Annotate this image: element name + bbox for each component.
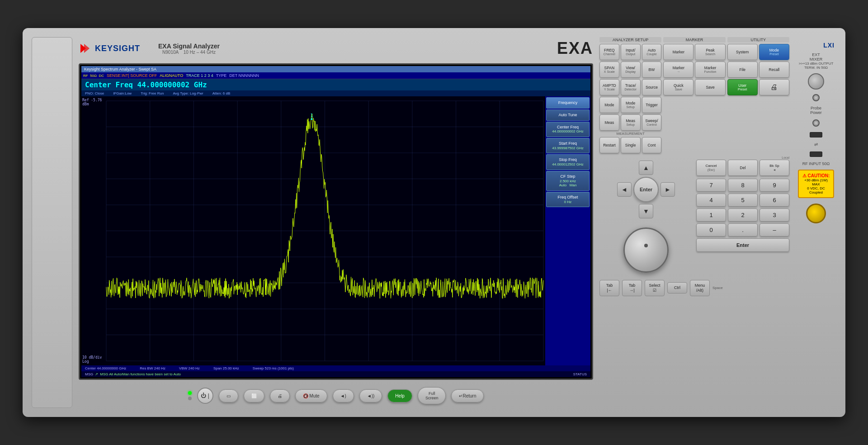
btn-print[interactable]: 🖨 — [759, 79, 789, 95]
btn-peak-search[interactable]: PeakSearch — [695, 44, 725, 60]
mute-btn[interactable]: 🔇 Mute — [295, 389, 327, 402]
btn-tab-right[interactable]: Tab→| — [622, 280, 642, 296]
btn-bksp[interactable]: Bk Sp◄ — [760, 160, 789, 176]
btn-restart[interactable]: Restart — [599, 137, 619, 153]
status-text: MSG All Auto/Man functions have been set… — [100, 372, 181, 376]
key-8[interactable]: 8 — [728, 179, 758, 192]
center-panel: KEYSIGHT EXA Signal Analyzer N9010A 10 H… — [79, 37, 593, 408]
key-minus[interactable]: – — [760, 223, 789, 237]
nav-left-btn[interactable]: ◄ — [617, 182, 632, 197]
screen-status-bar: MSG ↗ MSG All Auto/Man functions have be… — [81, 371, 590, 377]
menu-btn-cf-step[interactable]: CF Step 2.500 kHz Auto Man — [546, 171, 590, 191]
pno-info: PNO: Close — [85, 91, 104, 95]
btn-trigger[interactable]: Trigger — [642, 97, 662, 113]
power-button[interactable]: ⏻ | — [197, 388, 213, 404]
marker-section: MARKER Marker PeakSearch Marker→ MarkerF… — [663, 37, 725, 153]
mode-indicator: RF 50Ω DC — [83, 74, 104, 78]
btn-mode-setup[interactable]: ModeSetup — [621, 97, 641, 113]
btn-freq-channel[interactable]: FREQChannel — [599, 44, 619, 60]
caution-text: +30 dBm (1W) MAX0 VDC, DC Coupled — [802, 178, 830, 194]
menu-btn-start-freq[interactable]: Start Freq 43.999987502 GHz — [546, 138, 590, 153]
btn-input-output[interactable]: Input/Output — [621, 44, 641, 60]
btn-meas-setup[interactable]: MeasSetup — [621, 114, 641, 131]
fullscreen-btn[interactable]: FullScreen — [418, 387, 446, 404]
window2-btn[interactable]: ⬜ — [244, 389, 264, 402]
key-1[interactable]: 1 — [696, 208, 726, 222]
avg-type-info: Avg Type: Log-Pwr — [173, 91, 203, 95]
key-5[interactable]: 5 — [728, 194, 758, 207]
key-9[interactable]: 9 — [760, 179, 789, 192]
return-btn[interactable]: ↵Return — [451, 389, 484, 402]
btn-amptd-y[interactable]: AMPTDY Scale — [599, 79, 619, 95]
nav-cluster: ▲ ◄ Enter ► ▼ — [617, 161, 675, 218]
vol-down-btn[interactable]: ◄) — [333, 389, 354, 402]
menu-btn-autotune[interactable]: Auto Tune — [546, 109, 590, 121]
key-3[interactable]: 3 — [760, 208, 789, 222]
key-2[interactable]: 2 — [728, 208, 758, 222]
btn-user-preset[interactable]: UserPreset — [727, 79, 758, 95]
btn-recall[interactable]: Recall — [759, 62, 789, 78]
btn-bw[interactable]: BW — [642, 62, 662, 78]
screen-freq-display: Center Freq 44.000000002 GHz — [81, 79, 590, 90]
utility-btn-grid: System ModePreset File Recall UserPreset… — [727, 44, 789, 95]
analyzer-setup-section: ANALYZER SETUP FREQChannel Input/Output … — [599, 37, 661, 153]
sense-indicator: SENSE:INT| SOURCE OFF — [107, 73, 157, 78]
nav-up-btn[interactable]: ▲ — [639, 161, 653, 175]
far-right-panel: LXI EXT MIXER >>+13 dBm OUTPUTTERM. IN 5… — [796, 37, 836, 408]
number-keypad: 7 8 9 4 5 6 1 2 3 0 . – — [696, 179, 789, 237]
vol-up-btn[interactable]: ◄)) — [359, 389, 382, 402]
btn-system[interactable]: System — [727, 44, 758, 60]
nav-enter-btn[interactable]: Enter — [633, 177, 659, 202]
btn-cancel[interactable]: Cancel(Esc) — [696, 160, 726, 176]
key-7[interactable]: 7 — [696, 179, 726, 192]
analyzer-setup-title: ANALYZER SETUP — [599, 37, 661, 43]
btn-trace-detector[interactable]: Trace/Detector — [621, 79, 641, 95]
tuning-knob[interactable] — [623, 227, 669, 273]
key-dot[interactable]: . — [728, 223, 758, 237]
btn-file[interactable]: File — [727, 62, 758, 78]
bottom-controls: ⏻ | ▭ ⬜ 🖨 🔇 Mute ◄) ◄)) Help FullScreen … — [79, 383, 593, 408]
utility-title: UTILITY — [727, 37, 789, 43]
btn-quick-save[interactable]: QuickSave — [663, 79, 693, 95]
print-btn[interactable]: 🖨 — [270, 389, 290, 402]
btn-del[interactable]: Del — [728, 160, 758, 176]
window-btn[interactable]: ▭ — [219, 389, 238, 402]
keypad-enter-btn[interactable]: Enter — [696, 238, 789, 252]
nav-down-btn[interactable]: ▼ — [639, 204, 653, 218]
key-0[interactable]: 0 — [696, 223, 726, 237]
key-6[interactable]: 6 — [760, 194, 789, 207]
btn-span-x[interactable]: SPANX Scale — [599, 62, 619, 78]
menu-btn-stop-freq[interactable]: Stop Freq 44.000012502 GHz — [546, 154, 590, 170]
nav-right-btn[interactable]: ► — [660, 182, 675, 197]
menu-btn-frequency[interactable]: Frequency — [546, 97, 590, 109]
btn-cont[interactable]: Cont — [642, 137, 662, 153]
y-label-scale: 10 dB/div Log — [81, 355, 106, 364]
btn-save[interactable]: Save — [695, 79, 725, 95]
menu-btn-freq-offset[interactable]: Freq Offset 0 Hz — [546, 192, 590, 207]
btn-view-display[interactable]: View/Display — [621, 62, 641, 78]
help-button[interactable]: Help — [387, 389, 412, 402]
btn-marker[interactable]: Marker — [663, 44, 693, 60]
btn-auto-couple[interactable]: AutoCouple — [642, 44, 662, 60]
btn-marker-arrow[interactable]: Marker→ — [663, 62, 693, 78]
model-subtitle: N9010A 10 Hz – 44 GHz — [158, 50, 220, 55]
extra-btn-row: Restart Single Cont — [599, 137, 661, 153]
btn-meas[interactable]: Meas — [599, 114, 619, 131]
right-menu: Frequency Auto Tune Center Freq 44.00000… — [545, 96, 590, 365]
screen: Keysight Spectrum Analyzer - Swept SA RF… — [81, 66, 590, 377]
btn-ctrl[interactable]: Ctrl — [667, 282, 687, 294]
btn-source[interactable]: Source — [642, 79, 662, 95]
btn-mode-preset[interactable]: ModePreset — [759, 44, 789, 60]
btn-tab-left[interactable]: Tab|← — [599, 280, 619, 296]
btn-menu-alt[interactable]: Menu/Alt) — [690, 280, 710, 296]
bottom-span: Span 25.00 kHz — [213, 366, 239, 370]
btn-marker-function[interactable]: MarkerFunction — [695, 62, 725, 78]
btn-sweep-control[interactable]: Sweep/Control — [642, 114, 662, 131]
menu-btn-center-freq[interactable]: Center Freq 44.000000002 GHz — [546, 122, 590, 137]
btn-single[interactable]: Single — [621, 137, 641, 153]
btn-select[interactable]: Select☑ — [645, 280, 665, 296]
screen-info-bar: PNO: Close IFGain:Low Trig: Free Run Avg… — [81, 90, 590, 96]
btn-mode[interactable]: Mode — [599, 97, 619, 113]
key-4[interactable]: 4 — [696, 194, 726, 207]
small-connector-1 — [812, 94, 820, 101]
